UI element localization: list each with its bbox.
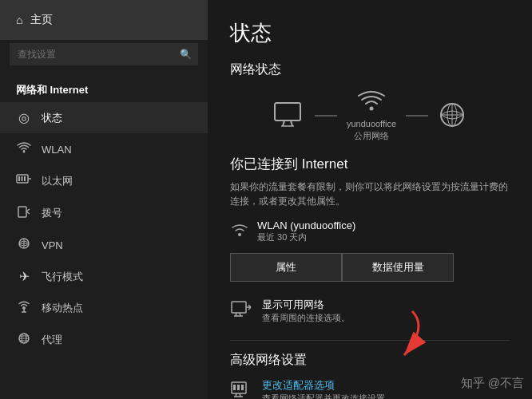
sidebar-item-label: 状态 xyxy=(42,111,62,125)
show-networks-text: 显示可用网络 查看周围的连接选项。 xyxy=(262,298,350,324)
sidebar-item-label: 拨号 xyxy=(42,206,62,220)
network-diagram: yunduooffice 公用网络 xyxy=(230,89,510,142)
network-type: 公用网络 xyxy=(347,130,396,142)
proxy-icon xyxy=(16,332,32,348)
sidebar-item-label: 飞行模式 xyxy=(42,270,83,284)
wifi-icon-container: yunduooffice 公用网络 xyxy=(347,89,396,142)
svg-point-24 xyxy=(370,107,374,111)
sidebar-item-label: VPN xyxy=(42,239,63,251)
sidebar-item-dialup[interactable]: 拨号 xyxy=(0,197,208,229)
svg-point-29 xyxy=(238,233,241,236)
show-networks-title: 显示可用网络 xyxy=(262,298,350,312)
svg-line-22 xyxy=(291,120,292,126)
main-content: 状态 网络状态 yunduooffice 公用网络 xyxy=(208,0,532,399)
wlan-signal-icon xyxy=(230,220,249,243)
home-label: 主页 xyxy=(30,13,53,27)
adapter-text: 更改适配器选项 查看网络适配器并更改连接设置。 xyxy=(262,378,394,399)
connected-desc: 如果你的流量套餐有限制，则你可以将此网络设置为按流量计费的连接，或者更改其他属性… xyxy=(230,180,510,208)
svg-rect-42 xyxy=(237,385,240,390)
button-row: 属性 数据使用量 xyxy=(230,253,510,282)
page-title: 状态 xyxy=(230,19,510,47)
sidebar-item-vpn[interactable]: VPN xyxy=(0,229,208,261)
svg-point-0 xyxy=(23,151,26,153)
svg-line-21 xyxy=(283,120,284,126)
sidebar-item-label: 以太网 xyxy=(42,174,73,188)
search-icon: 🔍 xyxy=(180,49,192,60)
monitor-icon-container xyxy=(273,101,305,131)
connected-title: 你已连接到 Internet xyxy=(230,155,510,173)
properties-button[interactable]: 属性 xyxy=(230,253,342,282)
show-networks-icon xyxy=(230,300,252,322)
sidebar-item-ethernet[interactable]: 以太网 xyxy=(0,165,208,197)
wlan-icon xyxy=(16,141,32,157)
sidebar-item-status[interactable]: ◎ 状态 xyxy=(0,102,208,133)
airplane-icon: ✈ xyxy=(16,269,32,284)
svg-rect-2 xyxy=(18,176,20,181)
wlan-name: WLAN (yunduooffice) xyxy=(257,219,355,231)
adapter-sub: 查看网络适配器并更改连接设置。 xyxy=(262,393,394,399)
sidebar-item-label: 代理 xyxy=(42,333,62,347)
arrow-svg xyxy=(348,303,444,367)
svg-rect-41 xyxy=(233,385,236,390)
sidebar-item-hotspot[interactable]: 移动热点 xyxy=(0,292,208,324)
wlan-time: 最近 30 天内 xyxy=(257,231,355,243)
hotspot-icon xyxy=(16,300,32,316)
network-status-title: 网络状态 xyxy=(230,61,510,78)
adapter-icon xyxy=(230,381,252,399)
sidebar: ⌂ 主页 🔍 网络和 Internet ◎ 状态 WLAN xyxy=(0,0,208,399)
adapter-title: 更改适配器选项 xyxy=(262,378,394,393)
status-icon: ◎ xyxy=(16,110,32,125)
data-usage-button[interactable]: 数据使用量 xyxy=(342,253,454,282)
svg-point-12 xyxy=(22,306,26,310)
home-icon: ⌂ xyxy=(16,14,22,26)
svg-rect-3 xyxy=(22,176,23,181)
ethernet-icon xyxy=(16,173,32,189)
sidebar-home-button[interactable]: ⌂ 主页 xyxy=(0,0,208,40)
sidebar-item-label: WLAN xyxy=(42,144,72,156)
network-line-1 xyxy=(315,115,337,117)
svg-rect-30 xyxy=(232,302,246,313)
sidebar-item-label: 移动热点 xyxy=(42,301,83,315)
sidebar-item-wlan[interactable]: WLAN xyxy=(0,133,208,165)
dialup-icon xyxy=(16,205,32,221)
zhihu-annotation: 知乎 @不言 xyxy=(461,376,524,391)
wlan-details: WLAN (yunduooffice) 最近 30 天内 xyxy=(257,219,355,243)
svg-rect-6 xyxy=(18,207,26,217)
wlan-info: WLAN (yunduooffice) 最近 30 天内 xyxy=(230,219,510,243)
network-line-2 xyxy=(406,115,428,117)
sidebar-item-proxy[interactable]: 代理 xyxy=(0,324,208,356)
svg-rect-20 xyxy=(275,103,300,120)
svg-rect-43 xyxy=(241,385,244,390)
globe-icon-container xyxy=(438,101,466,132)
network-name: yunduooffice xyxy=(347,119,396,128)
search-input[interactable] xyxy=(10,43,198,65)
svg-rect-4 xyxy=(24,176,26,181)
search-container: 🔍 xyxy=(10,43,198,65)
sidebar-item-airplane[interactable]: ✈ 飞行模式 xyxy=(0,261,208,292)
sidebar-section-title: 网络和 Internet xyxy=(0,75,208,102)
show-networks-sub: 查看周围的连接选项。 xyxy=(262,312,350,324)
vpn-icon xyxy=(16,237,32,253)
